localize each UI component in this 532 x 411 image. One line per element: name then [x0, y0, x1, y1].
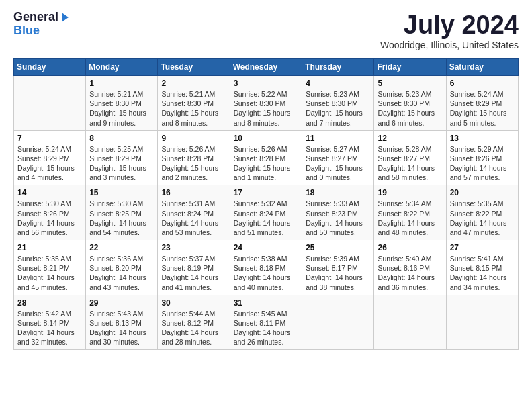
day-info: Sunrise: 5:30 AM Sunset: 8:25 PM Dayligh…	[89, 199, 154, 237]
calendar-cell: 13Sunrise: 5:29 AM Sunset: 8:26 PM Dayli…	[446, 130, 518, 185]
calendar-cell: 21Sunrise: 5:35 AM Sunset: 8:21 PM Dayli…	[14, 240, 86, 295]
calendar-cell: 12Sunrise: 5:28 AM Sunset: 8:27 PM Dayli…	[374, 130, 446, 185]
calendar-week-1: 1Sunrise: 5:21 AM Sunset: 8:30 PM Daylig…	[14, 76, 519, 131]
col-thursday: Thursday	[302, 59, 374, 76]
logo-arrow-icon	[59, 11, 71, 24]
title-block: July 2024 Woodridge, Illinois, United St…	[380, 11, 519, 50]
day-info: Sunrise: 5:28 AM Sunset: 8:27 PM Dayligh…	[378, 144, 442, 183]
day-number: 15	[89, 188, 154, 197]
day-info: Sunrise: 5:23 AM Sunset: 8:30 PM Dayligh…	[378, 89, 442, 128]
day-number: 30	[161, 298, 226, 308]
logo-blue-text: Blue	[13, 24, 71, 38]
day-number: 5	[378, 79, 442, 88]
calendar-week-5: 28Sunrise: 5:42 AM Sunset: 8:14 PM Dayli…	[14, 295, 519, 350]
logo-name: General Blue	[13, 11, 71, 38]
day-info: Sunrise: 5:29 AM Sunset: 8:26 PM Dayligh…	[450, 144, 515, 183]
page: General Blue July 2024 Woodridge, Illino…	[0, 0, 532, 357]
day-info: Sunrise: 5:24 AM Sunset: 8:29 PM Dayligh…	[450, 89, 515, 128]
col-wednesday: Wednesday	[230, 59, 302, 76]
day-number: 29	[89, 298, 154, 308]
calendar-cell: 26Sunrise: 5:40 AM Sunset: 8:16 PM Dayli…	[374, 240, 446, 295]
day-number: 13	[450, 134, 515, 143]
day-number: 8	[89, 134, 154, 143]
calendar-cell: 7Sunrise: 5:24 AM Sunset: 8:29 PM Daylig…	[14, 130, 86, 185]
logo-general-text: General	[13, 11, 58, 24]
calendar-cell: 9Sunrise: 5:26 AM Sunset: 8:28 PM Daylig…	[158, 130, 230, 185]
calendar-week-2: 7Sunrise: 5:24 AM Sunset: 8:29 PM Daylig…	[14, 130, 519, 185]
day-number: 14	[17, 188, 82, 197]
calendar-cell: 2Sunrise: 5:21 AM Sunset: 8:30 PM Daylig…	[158, 76, 230, 131]
day-info: Sunrise: 5:23 AM Sunset: 8:30 PM Dayligh…	[306, 89, 370, 128]
calendar-cell: 19Sunrise: 5:34 AM Sunset: 8:22 PM Dayli…	[374, 185, 446, 240]
calendar-cell: 30Sunrise: 5:44 AM Sunset: 8:12 PM Dayli…	[158, 295, 230, 350]
day-info: Sunrise: 5:34 AM Sunset: 8:22 PM Dayligh…	[378, 199, 442, 237]
calendar-cell: 14Sunrise: 5:30 AM Sunset: 8:26 PM Dayli…	[14, 185, 86, 240]
day-info: Sunrise: 5:39 AM Sunset: 8:17 PM Dayligh…	[306, 254, 370, 292]
day-info: Sunrise: 5:24 AM Sunset: 8:29 PM Dayligh…	[17, 144, 82, 183]
calendar-body: 1Sunrise: 5:21 AM Sunset: 8:30 PM Daylig…	[14, 76, 519, 350]
day-info: Sunrise: 5:41 AM Sunset: 8:15 PM Dayligh…	[450, 254, 515, 292]
day-info: Sunrise: 5:33 AM Sunset: 8:23 PM Dayligh…	[306, 199, 370, 237]
calendar-cell	[374, 295, 446, 350]
day-number: 11	[306, 134, 370, 143]
day-info: Sunrise: 5:35 AM Sunset: 8:21 PM Dayligh…	[17, 254, 82, 292]
calendar-cell: 18Sunrise: 5:33 AM Sunset: 8:23 PM Dayli…	[302, 185, 374, 240]
calendar-cell	[14, 76, 86, 131]
day-info: Sunrise: 5:21 AM Sunset: 8:30 PM Dayligh…	[161, 89, 226, 128]
day-info: Sunrise: 5:32 AM Sunset: 8:24 PM Dayligh…	[234, 199, 299, 237]
day-number: 10	[234, 134, 299, 143]
calendar-cell: 20Sunrise: 5:35 AM Sunset: 8:22 PM Dayli…	[446, 185, 518, 240]
calendar-cell: 11Sunrise: 5:27 AM Sunset: 8:27 PM Dayli…	[302, 130, 374, 185]
day-number: 12	[378, 134, 442, 143]
day-info: Sunrise: 5:22 AM Sunset: 8:30 PM Dayligh…	[234, 89, 299, 128]
calendar-cell: 28Sunrise: 5:42 AM Sunset: 8:14 PM Dayli…	[14, 295, 86, 350]
day-number: 16	[161, 188, 226, 197]
header-row: Sunday Monday Tuesday Wednesday Thursday…	[14, 59, 519, 76]
calendar-cell: 3Sunrise: 5:22 AM Sunset: 8:30 PM Daylig…	[230, 76, 302, 131]
day-info: Sunrise: 5:38 AM Sunset: 8:18 PM Dayligh…	[234, 254, 299, 292]
day-number: 18	[306, 188, 370, 197]
calendar-week-4: 21Sunrise: 5:35 AM Sunset: 8:21 PM Dayli…	[14, 240, 519, 295]
day-number: 21	[17, 243, 82, 253]
day-number: 31	[234, 298, 299, 308]
day-number: 2	[161, 79, 226, 88]
day-number: 22	[89, 243, 154, 253]
col-saturday: Saturday	[446, 59, 518, 76]
calendar-table: Sunday Monday Tuesday Wednesday Thursday…	[13, 58, 519, 350]
day-number: 27	[450, 243, 515, 253]
calendar-cell: 6Sunrise: 5:24 AM Sunset: 8:29 PM Daylig…	[446, 76, 518, 131]
calendar-cell: 15Sunrise: 5:30 AM Sunset: 8:25 PM Dayli…	[86, 185, 158, 240]
day-number: 7	[17, 134, 82, 143]
day-info: Sunrise: 5:40 AM Sunset: 8:16 PM Dayligh…	[378, 254, 442, 292]
calendar-cell: 31Sunrise: 5:45 AM Sunset: 8:11 PM Dayli…	[230, 295, 302, 350]
calendar-cell: 24Sunrise: 5:38 AM Sunset: 8:18 PM Dayli…	[230, 240, 302, 295]
day-number: 6	[450, 79, 515, 88]
calendar-cell: 25Sunrise: 5:39 AM Sunset: 8:17 PM Dayli…	[302, 240, 374, 295]
main-title: July 2024	[380, 11, 519, 40]
calendar-cell	[302, 295, 374, 350]
calendar-header: Sunday Monday Tuesday Wednesday Thursday…	[14, 59, 519, 76]
header: General Blue July 2024 Woodridge, Illino…	[13, 11, 519, 50]
day-number: 28	[17, 298, 82, 308]
calendar-cell: 10Sunrise: 5:26 AM Sunset: 8:28 PM Dayli…	[230, 130, 302, 185]
day-number: 24	[234, 243, 299, 253]
calendar-cell: 29Sunrise: 5:43 AM Sunset: 8:13 PM Dayli…	[86, 295, 158, 350]
day-info: Sunrise: 5:35 AM Sunset: 8:22 PM Dayligh…	[450, 199, 515, 237]
calendar-cell: 4Sunrise: 5:23 AM Sunset: 8:30 PM Daylig…	[302, 76, 374, 131]
day-number: 17	[234, 188, 299, 197]
calendar-cell: 27Sunrise: 5:41 AM Sunset: 8:15 PM Dayli…	[446, 240, 518, 295]
day-number: 1	[89, 79, 154, 88]
col-tuesday: Tuesday	[158, 59, 230, 76]
logo: General Blue	[13, 11, 71, 38]
day-info: Sunrise: 5:26 AM Sunset: 8:28 PM Dayligh…	[161, 144, 226, 183]
subtitle: Woodridge, Illinois, United States	[380, 40, 519, 50]
calendar-cell: 22Sunrise: 5:36 AM Sunset: 8:20 PM Dayli…	[86, 240, 158, 295]
calendar-week-3: 14Sunrise: 5:30 AM Sunset: 8:26 PM Dayli…	[14, 185, 519, 240]
day-number: 26	[378, 243, 442, 253]
day-info: Sunrise: 5:27 AM Sunset: 8:27 PM Dayligh…	[306, 144, 370, 183]
day-info: Sunrise: 5:43 AM Sunset: 8:13 PM Dayligh…	[89, 309, 154, 347]
calendar-cell	[446, 295, 518, 350]
day-info: Sunrise: 5:21 AM Sunset: 8:30 PM Dayligh…	[89, 89, 154, 128]
calendar-cell: 16Sunrise: 5:31 AM Sunset: 8:24 PM Dayli…	[158, 185, 230, 240]
day-number: 23	[161, 243, 226, 253]
